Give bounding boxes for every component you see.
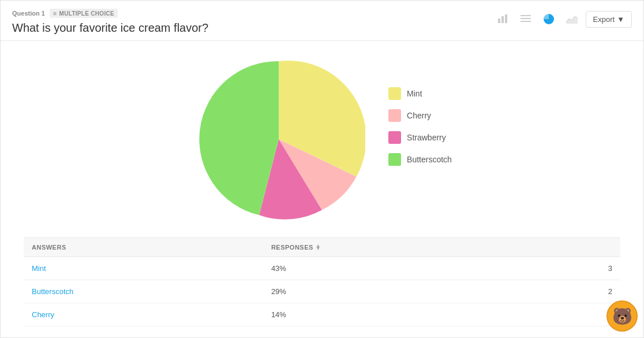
svg-rect-5 — [521, 21, 531, 22]
export-label: Export — [593, 15, 615, 24]
table-body: Mint 43% 3 Butterscotch 29% 2 Cherry 14%… — [24, 257, 620, 326]
legend-swatch-strawberry — [388, 131, 401, 144]
svg-rect-2 — [505, 14, 507, 23]
legend-item-cherry: Cherry — [388, 109, 452, 122]
export-button[interactable]: Export ▼ — [586, 11, 632, 28]
legend-item-strawberry: Strawberry — [388, 131, 452, 144]
results-table: ANSWERS RESPONSES ▲▼ Mint 43% 3 — [24, 237, 620, 326]
legend-label-strawberry: Strawberry — [407, 133, 446, 142]
legend-label-cherry: Cherry — [407, 111, 431, 120]
table-row: Mint 43% 3 — [24, 257, 620, 280]
table-header-row: ANSWERS RESPONSES ▲▼ — [24, 238, 620, 257]
table-row: Cherry 14% 1 — [24, 303, 620, 326]
pie-chart-svg — [192, 53, 365, 226]
toolbar: Export ▼ — [493, 10, 632, 28]
legend-label-mint: Mint — [407, 89, 422, 98]
col-responses-header[interactable]: RESPONSES ▲▼ — [263, 238, 536, 257]
legend-swatch-butterscotch — [388, 153, 401, 166]
mascot: 🐻 — [606, 300, 638, 332]
badge-label: MULTIPLE CHOICE — [59, 10, 114, 17]
legend-label-butterscotch: Butterscotch — [407, 155, 452, 164]
col-count-header — [536, 238, 620, 257]
answer-cherry[interactable]: Cherry — [24, 303, 263, 326]
pct-cherry: 14% — [263, 303, 536, 326]
question-number: Question 1 — [12, 10, 45, 17]
pie-chart-container — [192, 53, 365, 226]
svg-rect-3 — [521, 15, 531, 16]
count-butterscotch: 2 — [536, 280, 620, 303]
count-mint: 3 — [536, 257, 620, 280]
svg-rect-0 — [498, 18, 500, 23]
svg-rect-1 — [501, 16, 504, 23]
col-answers-header: ANSWERS — [24, 238, 263, 257]
main-content: Mint Cherry Strawberry Butterscotch — [1, 41, 643, 237]
chart-legend: Mint Cherry Strawberry Butterscotch — [388, 53, 452, 166]
legend-swatch-mint — [388, 87, 401, 100]
table-row: Butterscotch 29% 2 — [24, 280, 620, 303]
legend-item-butterscotch: Butterscotch — [388, 153, 452, 166]
list-view-button[interactable] — [516, 10, 535, 28]
mascot-emoji: 🐻 — [612, 307, 632, 326]
page: Question 1 ≡ MULTIPLE CHOICE What is you… — [0, 0, 644, 338]
sort-icon: ▲▼ — [316, 244, 321, 251]
question-type-badge: ≡ MULTIPLE CHOICE — [50, 9, 118, 18]
table-section: ANSWERS RESPONSES ▲▼ Mint 43% 3 — [1, 237, 643, 338]
pie-chart-button[interactable] — [540, 10, 558, 28]
bar-chart-button[interactable] — [493, 10, 512, 28]
export-chevron-icon: ▼ — [617, 15, 624, 24]
badge-icon: ≡ — [53, 10, 57, 17]
area-chart-button[interactable] — [563, 10, 581, 28]
pct-mint: 43% — [263, 257, 536, 280]
legend-item-mint: Mint — [388, 87, 452, 100]
legend-swatch-cherry — [388, 109, 401, 122]
answer-mint[interactable]: Mint — [24, 257, 263, 280]
answer-butterscotch[interactable]: Butterscotch — [24, 280, 263, 303]
pct-butterscotch: 29% — [263, 280, 536, 303]
svg-rect-4 — [521, 18, 531, 19]
